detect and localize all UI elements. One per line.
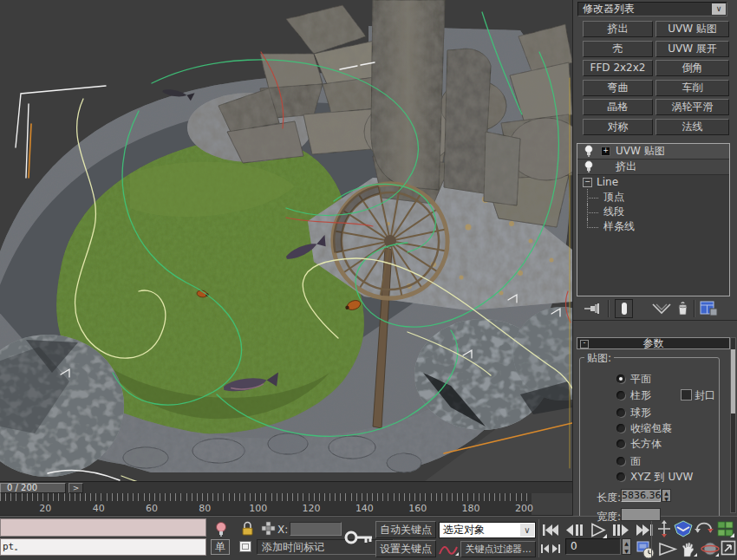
modifier-button[interactable]: 挤出 — [583, 21, 653, 37]
mapping-option[interactable]: 收缩包裹 — [577, 422, 730, 435]
modifier-button[interactable]: UVW 贴图 — [655, 21, 729, 37]
chevron-down-icon[interactable]: ∨ — [712, 3, 726, 15]
zoom-extents-all-icon[interactable] — [716, 519, 734, 537]
mapping-option-label: 面 — [630, 455, 641, 468]
collapse-minus-icon[interactable]: − — [583, 178, 592, 187]
spinner-up-icon[interactable]: ▲ — [623, 539, 630, 547]
next-frame-button[interactable] — [611, 522, 631, 539]
chevron-down-icon[interactable]: ∨ — [520, 524, 534, 537]
stack-item-label: 挤出 — [616, 160, 636, 173]
panel-scrollbar[interactable] — [730, 337, 736, 513]
modifier-button[interactable]: 倒角 — [655, 60, 729, 76]
maxscript-listener-line[interactable]: pt。 — [0, 538, 206, 556]
modifier-button[interactable]: 法线 — [655, 119, 729, 135]
ruler-tick-label: 160 — [408, 503, 427, 514]
expand-plus-icon[interactable]: + — [601, 147, 610, 156]
frame-number-spinner[interactable]: ▲ ▼ — [622, 538, 631, 555]
orbit-icon[interactable] — [695, 520, 714, 537]
zoom-extents-icon[interactable] — [674, 520, 693, 537]
auto-key-button[interactable]: 自动关键点 — [375, 521, 436, 538]
mapping-option[interactable]: 面 — [577, 455, 730, 468]
maxscript-macro-line[interactable] — [0, 518, 206, 537]
radio-button-icon[interactable] — [616, 472, 625, 481]
pin-stack-icon[interactable] — [584, 302, 604, 316]
selection-set-dropdown[interactable]: 选定对象 ∨ — [439, 522, 536, 538]
modifier-button[interactable]: FFD 2x2x2 — [583, 60, 653, 76]
key-filters-button[interactable]: 关键点过滤器... — [460, 541, 536, 557]
radio-button-icon[interactable] — [616, 374, 625, 383]
configure-modifier-sets-icon[interactable] — [700, 300, 718, 317]
maximize-viewport-icon[interactable] — [721, 540, 737, 557]
ruler-tick-label: 60 — [146, 503, 158, 514]
make-unique-icon[interactable] — [651, 303, 672, 316]
time-slider-track[interactable]: 0 / 200 > — [0, 481, 572, 493]
show-end-result-icon[interactable] — [615, 299, 633, 318]
play-button[interactable] — [589, 522, 609, 539]
track-bar[interactable]: 20406080100120140160180200 — [0, 493, 572, 516]
stack-item[interactable]: 顶点 — [577, 190, 729, 205]
radio-button-icon[interactable] — [616, 424, 625, 433]
set-key-button[interactable]: 设置关键点 — [375, 540, 436, 557]
modifier-button[interactable]: 对称 — [583, 119, 653, 135]
bulb-icon[interactable] — [584, 145, 594, 157]
frame-number-field[interactable]: 0 — [565, 538, 621, 555]
previous-frame-button[interactable] — [564, 522, 584, 539]
scrollbar-thumb[interactable] — [731, 349, 735, 413]
field-of-view-icon[interactable] — [657, 541, 678, 557]
grid-window-icon[interactable] — [238, 540, 253, 554]
radio-button-icon[interactable] — [616, 391, 625, 400]
orbit-subobject-icon[interactable] — [701, 540, 720, 557]
width-field[interactable] — [621, 508, 661, 521]
next-frame-arrow-button[interactable]: > — [68, 483, 83, 493]
spinner-down-icon[interactable]: ▼ — [662, 496, 670, 502]
modifier-button[interactable]: 弯曲 — [583, 80, 653, 96]
parameters-rollout-header[interactable]: - 参数 — [577, 337, 730, 349]
go-to-start-button[interactable] — [541, 522, 560, 539]
length-spinner[interactable]: ▲ ▼ — [662, 489, 671, 502]
zoom-icon[interactable] — [655, 520, 673, 537]
selection-lock-icon[interactable] — [240, 521, 254, 537]
absolute-mode-icon[interactable] — [261, 521, 276, 536]
mapping-option-label: 球形 — [630, 407, 651, 420]
ruler-tick-label: 120 — [303, 503, 321, 514]
key-mode-toggle-button[interactable] — [540, 543, 562, 556]
cap-checkbox[interactable] — [681, 389, 692, 400]
mapping-option[interactable]: XYZ 到 UVW — [577, 471, 730, 484]
modifier-button[interactable]: 涡轮平滑 — [655, 99, 729, 115]
modifier-buttons-grid: 挤出UVW 贴图壳UVW 展开FFD 2x2x2倒角弯曲车削晶格涡轮平滑对称法线 — [583, 21, 730, 135]
modifier-list-dropdown[interactable]: 修改器列表 ∨ — [577, 2, 727, 16]
radio-button-icon[interactable] — [616, 440, 625, 448]
pan-hand-icon[interactable] — [680, 540, 697, 557]
viewport-3d[interactable] — [0, 0, 572, 481]
stack-item[interactable]: 挤出 — [577, 160, 729, 175]
radio-button-icon[interactable] — [616, 408, 625, 417]
stack-item[interactable]: −Line — [577, 175, 729, 190]
mapping-option[interactable]: 长方体 — [577, 438, 730, 451]
mapping-option[interactable]: 平面 — [577, 373, 730, 386]
modifier-button[interactable]: UVW 展开 — [655, 41, 729, 57]
stack-item[interactable]: +UVW 贴图 — [577, 144, 729, 160]
modifier-button[interactable]: 壳 — [583, 41, 653, 57]
bulb-icon[interactable] — [584, 160, 594, 173]
length-field[interactable]: 5836.36 — [621, 489, 661, 502]
radio-button-icon[interactable] — [616, 457, 625, 466]
modifier-stack[interactable]: +UVW 贴图挤出−Line顶点线段样条线 — [577, 143, 730, 296]
modifier-button[interactable]: 晶格 — [583, 99, 653, 115]
selection-set-value: 选定对象 — [443, 524, 485, 536]
width-label: 宽度: — [597, 510, 621, 524]
spinner-up-icon[interactable]: ▲ — [662, 490, 670, 496]
stack-item[interactable]: 样条线 — [577, 219, 729, 234]
ruler-tick-label: 180 — [462, 503, 480, 514]
set-keys-key-icon[interactable] — [343, 524, 375, 551]
remove-modifier-icon[interactable] — [675, 301, 690, 316]
x-coordinate-input[interactable] — [290, 522, 342, 536]
isolate-lightbulb-icon[interactable] — [214, 521, 229, 537]
collapse-icon[interactable]: - — [580, 340, 589, 348]
modifier-button[interactable]: 车削 — [655, 80, 729, 96]
default-tangent-curve-icon[interactable] — [438, 543, 460, 557]
scene-render — [0, 0, 572, 481]
spinner-down-icon[interactable]: ▼ — [623, 547, 630, 555]
stack-item[interactable]: 线段 — [577, 205, 729, 219]
time-slider-handle[interactable]: 0 / 200 — [0, 483, 66, 493]
mapping-option[interactable]: 球形 — [577, 407, 730, 420]
